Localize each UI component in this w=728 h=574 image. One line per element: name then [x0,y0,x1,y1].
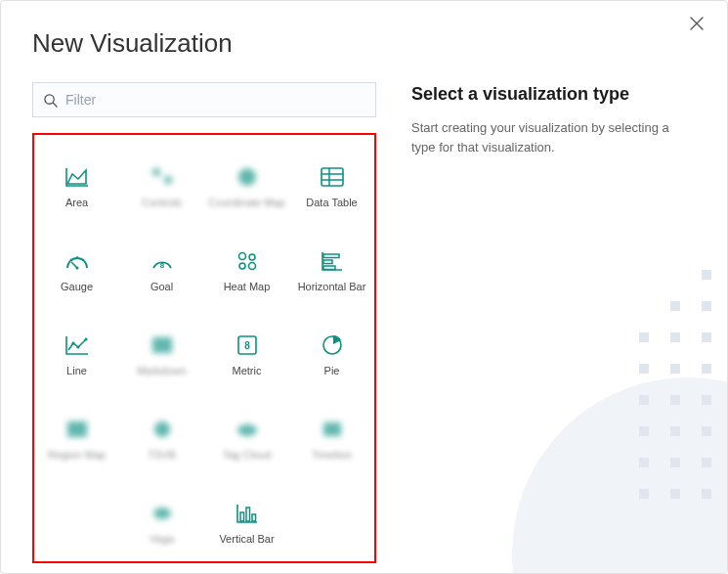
controls-icon [149,163,176,191]
svg-point-15 [76,346,79,349]
horizontal-bar-icon [319,247,346,275]
viz-label: Tag Cloud [223,449,272,462]
new-visualization-modal: New Visualization Area [0,0,728,574]
svg-point-10 [248,263,255,270]
svg-rect-24 [323,422,341,436]
svg-rect-4 [321,168,343,186]
viz-label: Coordinate Map [208,197,284,209]
viz-label: Region Map [48,449,106,462]
pie-chart-icon [319,331,346,359]
close-button[interactable] [690,17,709,36]
svg-text:8: 8 [159,261,164,270]
svg-rect-21 [67,421,87,437]
left-column: Area Controls Coordinate Map [32,82,376,563]
area-chart-icon [64,163,91,191]
coordinate-map-icon [234,163,261,191]
timelion-icon [319,416,346,443]
viz-item-timelion[interactable]: Timelion [289,397,374,481]
viz-item-metric[interactable]: 8 Metric [204,313,289,397]
goal-icon: 8 [149,247,176,275]
viz-item-data-table[interactable]: Data Table [289,145,374,229]
search-icon [43,93,58,108]
viz-item-tsvb[interactable]: TSVB [119,397,204,481]
viz-item-vega[interactable]: Vega [119,481,204,565]
svg-rect-13 [323,266,335,270]
viz-label: Goal [150,281,173,293]
line-chart-icon [64,331,91,359]
viz-label: Data Table [306,197,357,209]
viz-item-coordinate-map[interactable]: Coordinate Map [204,145,289,229]
right-panel-desc: Start creating your visualization by sel… [411,118,696,157]
visualization-grid: Area Controls Coordinate Map [32,133,376,563]
svg-point-1 [152,168,160,176]
viz-item-horizontal-bar[interactable]: Horizontal Bar [289,229,374,313]
heat-map-icon [234,247,261,275]
viz-item-region-map[interactable]: Region Map [34,397,119,481]
viz-label: Metric [233,365,262,377]
viz-label: Markdown [137,365,187,377]
svg-point-16 [84,338,87,341]
svg-rect-12 [323,260,332,264]
viz-label: Heat Map [224,281,271,293]
viz-item-markdown[interactable]: Markdown [119,313,204,397]
viz-item-pie[interactable]: Pie [289,313,374,397]
viz-label: Timelion [312,449,352,462]
close-icon [690,17,704,30]
svg-point-23 [237,424,257,436]
svg-rect-17 [152,337,172,353]
modal-content: Area Controls Coordinate Map [32,82,696,563]
svg-point-14 [71,342,74,345]
right-panel-title: Select a visualization type [411,84,696,105]
viz-label: Horizontal Bar [298,281,366,293]
viz-label: Area [65,197,88,209]
viz-item-gauge[interactable]: Gauge [34,229,119,313]
vega-icon [149,500,176,527]
viz-item-vertical-bar[interactable]: Vertical Bar [204,481,289,565]
tsvb-icon [149,416,176,443]
viz-label: Controls [142,197,182,209]
modal-title: New Visualization [32,28,696,59]
viz-label: Vega [150,533,174,546]
viz-label: Gauge [61,281,93,293]
viz-item-tag-cloud[interactable]: Tag Cloud [204,397,289,481]
filter-input[interactable] [65,92,365,108]
svg-point-2 [164,176,172,184]
svg-point-8 [249,254,255,260]
svg-point-7 [238,253,245,260]
tag-cloud-icon [234,416,261,443]
viz-label: Pie [324,365,340,377]
vertical-bar-icon [234,500,261,527]
viz-item-area[interactable]: Area [34,145,119,229]
markdown-icon [149,331,176,359]
gauge-icon [64,247,91,275]
region-map-icon [64,416,91,443]
svg-point-3 [238,168,256,186]
right-column: Select a visualization type Start creati… [411,82,696,563]
svg-rect-27 [246,508,250,521]
svg-point-25 [153,508,171,519]
svg-rect-28 [252,514,256,521]
svg-point-22 [154,421,170,437]
viz-item-heat-map[interactable]: Heat Map [204,229,289,313]
viz-item-line[interactable]: Line [34,313,119,397]
viz-label: Line [66,365,87,377]
metric-icon: 8 [234,331,261,359]
svg-rect-26 [240,512,244,521]
data-table-icon [319,163,346,191]
svg-point-9 [239,263,245,269]
viz-label: TSVB [148,449,176,462]
filter-search-box[interactable] [32,82,376,117]
viz-item-goal[interactable]: 8 Goal [119,229,204,313]
svg-rect-11 [323,254,339,258]
svg-point-0 [45,94,54,103]
svg-text:8: 8 [244,340,250,351]
viz-item-controls[interactable]: Controls [119,145,204,229]
viz-label: Vertical Bar [219,533,274,546]
